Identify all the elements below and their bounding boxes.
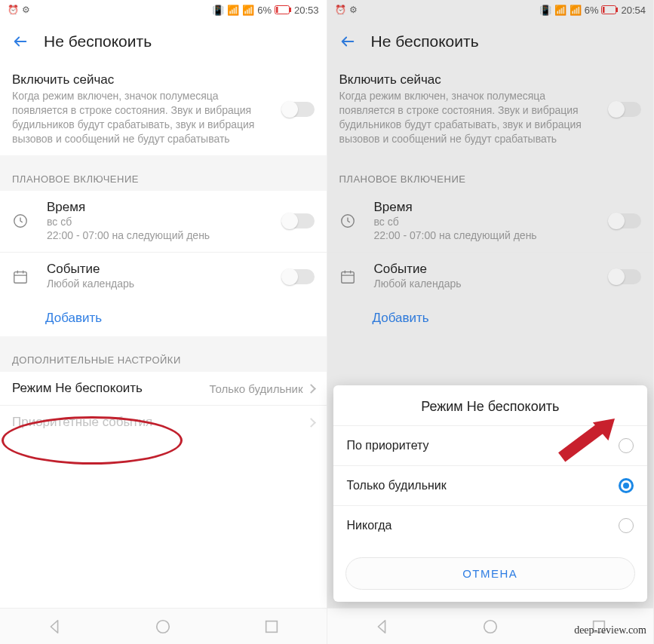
signal-icon: 📶 [570,5,582,16]
time-days: вс сб [47,215,274,229]
priority-events-row: Приоритетные события [0,405,327,439]
calendar-icon [339,268,356,285]
more-header: ДОПОЛНИТЕЛЬНЫЕ НАСТРОЙКИ [0,336,327,372]
nav-home-icon[interactable] [482,618,499,635]
nav-bar [0,608,327,644]
dnd-mode-modal: Режим Не беспокоить По приоритету Только… [333,385,648,602]
time-row[interactable]: Время вс сб 22:00 - 07:00 на следующий д… [327,191,654,253]
alarm-icon: ⏰ [8,5,19,15]
dnd-mode-row[interactable]: Режим Не беспокоить Только будильник [0,372,327,405]
event-row[interactable]: Событие Любой календарь [327,252,654,300]
svg-point-5 [157,620,170,633]
time-title: Время [47,200,274,215]
turn-on-title: Включить сейчас [12,72,274,87]
radio-selected-icon[interactable] [619,478,634,493]
back-icon[interactable] [339,33,356,50]
time-range: 22:00 - 07:00 на следующий день [47,228,274,243]
svg-rect-6 [266,621,278,632]
event-sub: Любой календарь [47,277,274,291]
turn-on-toggle[interactable] [608,102,641,117]
nav-back-icon[interactable] [46,618,63,635]
turn-on-desc: Когда режим включен, значок полумесяца п… [12,89,274,146]
event-row[interactable]: Событие Любой календарь [0,252,327,300]
event-title: Событие [374,262,601,277]
priority-events-title: Приоритетные события [12,415,300,430]
svg-rect-1 [290,8,291,12]
option-label: По приоритету [347,439,429,452]
status-bar: ⏰ ⚙ 📳 📶 📶 6% 20:54 [327,0,654,20]
dnd-mode-title: Режим Не беспокоить [12,381,202,396]
option-never[interactable]: Никогда [333,505,648,545]
option-label: Никогда [347,519,392,532]
scheduled-header: ПЛАНОВОЕ ВКЛЮЧЕНИЕ [327,155,654,191]
phone-left: ⏰ ⚙ 📳 📶 📶 6% 20:53 Не беспокоить Включит… [0,0,327,644]
alarm-icon: ⏰ [335,5,346,15]
status-bar: ⏰ ⚙ 📳 📶 📶 6% 20:53 [0,0,327,20]
phone-right: ⏰ ⚙ 📳 📶 📶 6% 20:54 Не беспокоить Включит… [327,0,655,644]
nav-back-icon[interactable] [373,618,390,635]
event-toggle[interactable] [608,269,641,284]
time-toggle[interactable] [281,213,315,228]
add-link[interactable]: Добавить [0,300,327,336]
option-label: Только будильник [347,479,447,492]
cancel-button[interactable]: ОТМЕНА [345,557,636,590]
page-header: Не беспокоить [327,20,654,63]
radio-unselected-icon[interactable] [619,438,634,453]
nav-recent-icon[interactable] [263,618,280,635]
content-scroll[interactable]: Включить сейчас Когда режим включен, зна… [0,63,327,608]
vibrate-icon: 📳 [212,5,224,16]
bt-icon: ⚙ [349,5,358,15]
time-title: Время [374,200,601,215]
wifi-icon: 📶 [227,5,239,16]
bt-icon: ⚙ [22,5,30,15]
nav-home-icon[interactable] [155,618,171,635]
chevron-right-icon [306,418,316,428]
page-title: Не беспокоить [371,32,479,51]
signal-icon: 📶 [242,5,254,16]
vibrate-icon: 📳 [539,5,551,16]
option-priority[interactable]: По приоритету [333,425,648,465]
calendar-icon [12,268,29,285]
battery-icon [275,5,291,14]
svg-rect-9 [603,7,605,13]
turn-on-title: Включить сейчас [339,72,601,87]
modal-title: Режим Не беспокоить [333,385,648,425]
radio-unselected-icon[interactable] [619,518,634,533]
clock: 20:54 [621,5,646,16]
page-title: Не беспокоить [44,32,152,51]
event-toggle[interactable] [281,269,315,284]
chevron-right-icon [306,384,316,394]
dnd-mode-value: Только будильник [210,382,303,395]
page-header: Не беспокоить [0,20,327,63]
svg-point-12 [484,620,496,633]
option-alarms[interactable]: Только будильник [333,465,648,505]
time-days: вс сб [374,215,601,229]
turn-on-desc: Когда режим включен, значок полумесяца п… [339,89,601,146]
time-toggle[interactable] [608,213,641,228]
turn-on-toggle[interactable] [281,102,315,117]
clock: 20:53 [294,5,319,16]
add-link[interactable]: Добавить [327,300,654,336]
wifi-icon: 📶 [554,5,566,16]
battery-pct: 6% [585,5,599,16]
svg-rect-11 [341,271,354,283]
turn-on-now-row[interactable]: Включить сейчас Когда режим включен, зна… [327,63,654,155]
back-icon[interactable] [12,33,29,50]
turn-on-now-row[interactable]: Включить сейчас Когда режим включен, зна… [0,63,327,155]
svg-rect-2 [276,7,278,13]
svg-rect-4 [14,271,27,283]
battery-icon [601,5,618,14]
svg-rect-8 [616,8,618,12]
event-sub: Любой календарь [374,277,601,291]
event-title: Событие [47,262,274,277]
watermark: deep-review.com [574,624,646,636]
clock-icon [12,213,29,229]
scheduled-header: ПЛАНОВОЕ ВКЛЮЧЕНИЕ [0,155,327,191]
time-row[interactable]: Время вс сб 22:00 - 07:00 на следующий д… [0,191,327,253]
time-range: 22:00 - 07:00 на следующий день [374,228,601,243]
battery-pct: 6% [257,5,272,16]
clock-icon [339,213,356,229]
